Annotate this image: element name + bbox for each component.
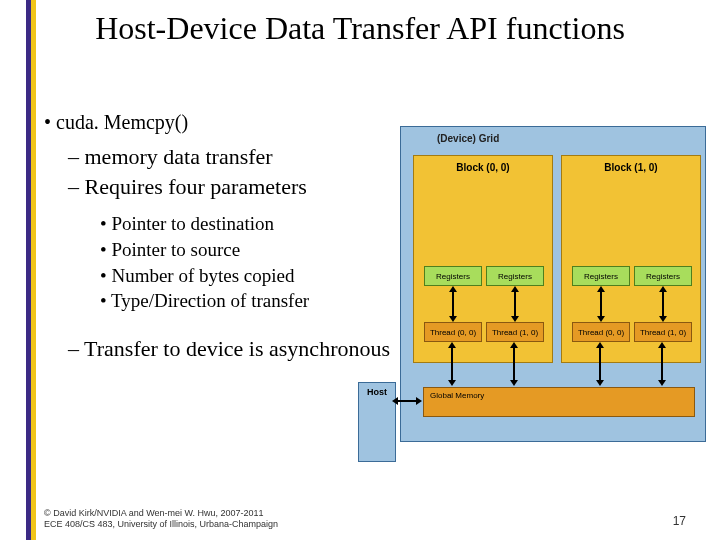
slide-footer: © David Kirk/NVIDIA and Wen-mei W. Hwu, … xyxy=(44,508,278,530)
registers-label-1: Registers xyxy=(486,266,544,286)
bullet-sub-2: Requires four parameters xyxy=(68,173,404,201)
host-label: Host xyxy=(367,387,387,397)
thread-1-0: Thread (1, 0) xyxy=(486,322,544,342)
bullet-param-1: Pointer to destination xyxy=(100,212,404,236)
registers-label-3: Registers xyxy=(634,266,692,286)
memory-diagram: (Device) Grid Block (0, 0) Registers Reg… xyxy=(400,126,706,476)
bullet-param-3: Number of bytes copied xyxy=(100,264,404,288)
arrow-icon xyxy=(514,291,516,317)
thread-0-0: Thread (0, 0) xyxy=(424,322,482,342)
arrow-icon xyxy=(662,291,664,317)
slide-title: Host-Device Data Transfer API functions xyxy=(0,0,720,51)
block-0-0-label: Block (0, 0) xyxy=(414,162,552,173)
device-grid-box: (Device) Grid Block (0, 0) Registers Reg… xyxy=(400,126,706,442)
registers-label-2: Registers xyxy=(572,266,630,286)
page-number: 17 xyxy=(673,514,686,528)
footer-line-2: ECE 408/CS 483, University of Illinois, … xyxy=(44,519,278,530)
bullet-param-4: Type/Direction of transfer xyxy=(100,289,404,313)
footer-line-1: © David Kirk/NVIDIA and Wen-mei W. Hwu, … xyxy=(44,508,278,519)
registers-label-0: Registers xyxy=(424,266,482,286)
thread-1-0-b1: Thread (1, 0) xyxy=(634,322,692,342)
arrow-icon xyxy=(397,400,417,402)
global-memory-box: Global Memory xyxy=(423,387,695,417)
arrow-icon xyxy=(513,347,515,381)
block-1-0-label: Block (1, 0) xyxy=(562,162,700,173)
arrow-icon xyxy=(661,347,663,381)
thread-0-0-b1: Thread (0, 0) xyxy=(572,322,630,342)
arrow-icon xyxy=(452,291,454,317)
bullet-param-2: Pointer to source xyxy=(100,238,404,262)
arrow-icon xyxy=(451,347,453,381)
slide-body: cuda. Memcpy() memory data transfer Requ… xyxy=(44,110,404,365)
global-memory-label: Global Memory xyxy=(430,391,484,400)
bullet-function: cuda. Memcpy() xyxy=(44,110,404,135)
bullet-sub-1: memory data transfer xyxy=(68,143,404,171)
slide-accent-bar xyxy=(26,0,36,540)
arrow-icon xyxy=(599,347,601,381)
arrow-icon xyxy=(600,291,602,317)
block-1-0: Block (1, 0) Registers Registers Thread … xyxy=(561,155,701,363)
device-grid-label: (Device) Grid xyxy=(437,133,499,144)
bullet-sub-3: Transfer to device is asynchronous xyxy=(68,335,404,363)
host-box: Host xyxy=(358,382,396,462)
block-0-0: Block (0, 0) Registers Registers Thread … xyxy=(413,155,553,363)
